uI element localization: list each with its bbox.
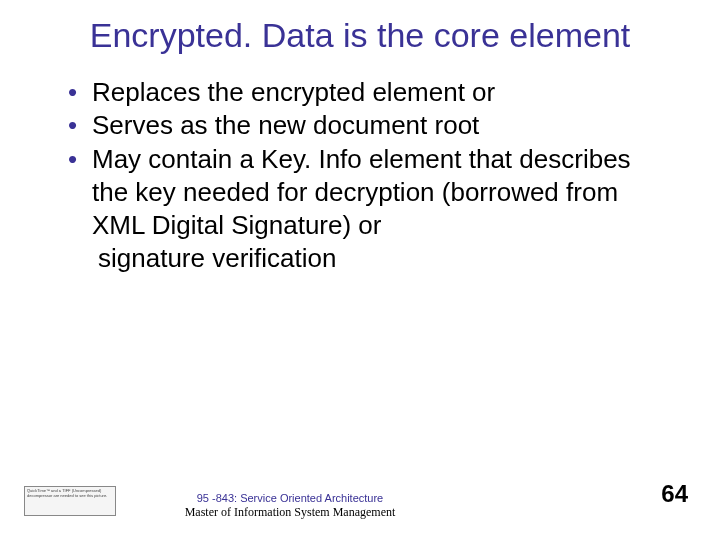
footer-center: 95 -843: Service Oriented Architecture M…	[140, 492, 440, 520]
image-placeholder: QuickTime™ and a TIFF (Uncompressed) dec…	[24, 486, 116, 516]
bullet-list: Replaces the encrypted element or Serves…	[68, 76, 660, 242]
slide: Encrypted. Data is the core element Repl…	[0, 0, 720, 540]
program-line: Master of Information System Management	[140, 506, 440, 520]
course-code: 95 -843: Service Oriented Architecture	[140, 492, 440, 504]
bullet-item: Replaces the encrypted element or	[68, 76, 660, 109]
slide-number: 64	[661, 480, 688, 508]
slide-title: Encrypted. Data is the core element	[0, 16, 720, 54]
trailing-text: signature verification	[74, 242, 660, 275]
bullet-item: Serves as the new document root	[68, 109, 660, 142]
slide-footer: QuickTime™ and a TIFF (Uncompressed) dec…	[0, 466, 720, 526]
slide-body: Replaces the encrypted element or Serves…	[0, 54, 720, 276]
bullet-item: May contain a Key. Info element that des…	[68, 143, 660, 243]
